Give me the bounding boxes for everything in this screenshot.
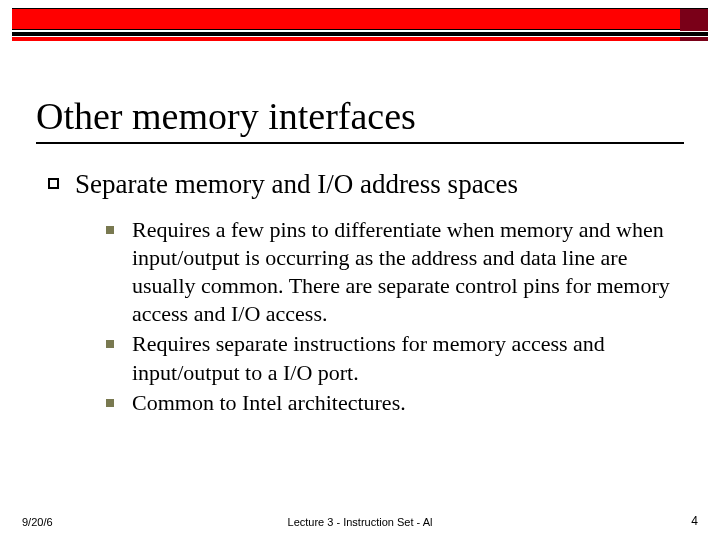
- level2-text: Requires separate instructions for memor…: [132, 330, 684, 386]
- footer-page-number: 4: [691, 514, 698, 528]
- level1-text: Separate memory and I/O address spaces: [75, 168, 518, 202]
- decorative-top-bar: [12, 8, 708, 41]
- footer-center: Lecture 3 - Instruction Set - Al: [0, 516, 720, 528]
- level2-text: Requires a few pins to differentiate whe…: [132, 216, 684, 329]
- slide-footer: 9/20/6 Lecture 3 - Instruction Set - Al …: [0, 510, 720, 528]
- slide-title: Other memory interfaces: [36, 94, 684, 144]
- filled-square-bullet-icon: [106, 340, 114, 348]
- list-item: Separate memory and I/O address spaces: [48, 168, 684, 202]
- slide-body: Separate memory and I/O address spaces R…: [48, 168, 684, 419]
- sublist: Requires a few pins to differentiate whe…: [106, 216, 684, 417]
- filled-square-bullet-icon: [106, 226, 114, 234]
- list-item: Common to Intel architectures.: [106, 389, 684, 417]
- red-bar-thin: [12, 37, 708, 41]
- hollow-square-bullet-icon: [48, 178, 59, 189]
- filled-square-bullet-icon: [106, 399, 114, 407]
- red-bar-thick: [12, 8, 708, 30]
- list-item: Requires separate instructions for memor…: [106, 330, 684, 386]
- black-bar: [12, 32, 708, 36]
- slide: Other memory interfaces Separate memory …: [0, 0, 720, 540]
- level2-text: Common to Intel architectures.: [132, 389, 406, 417]
- list-item: Requires a few pins to differentiate whe…: [106, 216, 684, 329]
